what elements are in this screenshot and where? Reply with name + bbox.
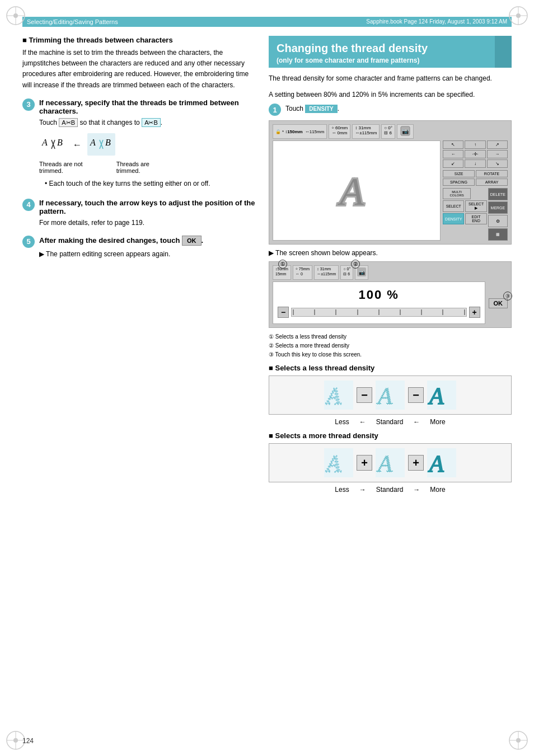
tick-4 xyxy=(357,309,358,315)
corner-br xyxy=(507,729,530,752)
tick-6 xyxy=(400,309,401,315)
trim-icon-after: A B xyxy=(87,133,115,156)
step-4-title: If necessary, touch the arrow keys to ad… xyxy=(39,199,257,215)
more-arrow-2: → xyxy=(413,486,420,494)
header-text: Selecting/Editing/Saving Patterns xyxy=(27,18,118,25)
tick-2 xyxy=(314,309,315,315)
nav-ul[interactable]: ↖ xyxy=(443,140,463,149)
step-5-title: After making the desired changes, touch … xyxy=(39,236,257,246)
density-percent: 100 % xyxy=(278,288,480,302)
trim-btn-after[interactable]: A✂B xyxy=(142,118,161,127)
more-a-sparse: A A xyxy=(324,448,353,477)
nav-grid: ↖ ↑ ↗ ← ·✢· → ↙ ↓ ↘ xyxy=(443,140,508,168)
right-step-1-text: Touch DENSITY. xyxy=(285,104,512,114)
more-density-title: Selects a more thread density xyxy=(269,431,512,440)
slider-track[interactable] xyxy=(291,308,467,317)
slider-row: 100 % − xyxy=(273,281,508,324)
size-btn[interactable]: SIZE xyxy=(443,170,475,177)
more-plus-btn[interactable]: + xyxy=(357,455,372,471)
spacing-btn[interactable]: SPACING xyxy=(443,179,475,186)
svg-text:A: A xyxy=(325,383,341,409)
page-number: 124 xyxy=(22,737,34,745)
step-3-circle: 3 xyxy=(22,98,35,111)
select-2[interactable]: SELECT▶ xyxy=(465,200,486,212)
nav-dl[interactable]: ↙ xyxy=(443,159,463,168)
right-column: Changing the thread density (only for so… xyxy=(269,36,512,499)
more-label-1: More xyxy=(430,418,445,426)
more-density-illustration: A A + A A + A A xyxy=(269,443,512,482)
select-col: MULTICOLORS SELECT SELECT▶ DENSITY EDITE… xyxy=(443,188,487,241)
select-1[interactable]: SELECT xyxy=(443,200,464,212)
density-edit-row: DENSITY EDITEND xyxy=(443,213,487,224)
edit-end-btn[interactable]: EDITEND xyxy=(465,213,486,224)
nav-r[interactable]: → xyxy=(487,150,508,158)
tick-9 xyxy=(464,309,465,315)
more-a-standard: A A xyxy=(376,448,405,477)
svg-text:📷: 📷 xyxy=(359,269,366,276)
trim-btn-before[interactable]: A✂B xyxy=(59,118,78,127)
svg-text:A: A xyxy=(428,383,444,409)
trim-label-left: Threads are nottrimmed. xyxy=(39,161,83,174)
page-container: Selecting/Editing/Saving Patterns Sapphi… xyxy=(0,0,534,756)
svg-text:A: A xyxy=(325,451,341,477)
density-screen-mockup: ↕50mm15mm ÷ 75mm↔ 0 ↕ 31mm↔±115mm ○ 0°⊟ … xyxy=(269,261,512,328)
nav-u[interactable]: ↑ xyxy=(465,140,485,149)
ok-side: OK ③ xyxy=(489,281,508,308)
nav-d[interactable]: ↓ xyxy=(465,159,485,168)
more-plus-btn-2[interactable]: + xyxy=(408,455,424,471)
tick-7 xyxy=(421,309,422,315)
array-btn[interactable]: ARRAY xyxy=(476,179,508,186)
svg-text:A: A xyxy=(338,170,364,213)
nav-dr[interactable]: ↘ xyxy=(487,159,508,168)
grid-btn[interactable]: ▦ xyxy=(488,228,508,241)
less-minus-btn-2[interactable]: − xyxy=(408,387,424,403)
multi-colors-btn[interactable]: MULTICOLORS xyxy=(443,188,471,199)
rotate-btn[interactable]: ROTATE xyxy=(476,170,508,177)
step-3-content: If necessary, specify that the threads b… xyxy=(39,98,257,191)
merge-btn[interactable]: MERGE xyxy=(488,201,508,214)
right-step-1: 1 Touch DENSITY. xyxy=(269,104,512,116)
step-3: 3 If necessary, specify that the threads… xyxy=(22,98,257,191)
more-a-dense: A A xyxy=(427,448,456,477)
nav-ur[interactable]: ↗ xyxy=(487,140,508,149)
right-heading-title: Changing the thread density xyxy=(277,41,504,55)
embroidery-area: A A xyxy=(273,140,441,241)
annotation-list: ① Selects a less thread density ② Select… xyxy=(269,332,512,359)
settings-btn[interactable]: ⚙ xyxy=(488,215,508,227)
slider-control: − xyxy=(278,307,480,318)
nav-l[interactable]: ← xyxy=(443,150,463,158)
annotation-2: ② Selects a more thread density xyxy=(269,341,512,350)
delete-btn[interactable]: DELETE xyxy=(488,188,508,200)
step-5: 5 After making the desired changes, touc… xyxy=(22,236,257,259)
right-v-btns: DELETE MERGE ⚙ ▦ xyxy=(488,188,508,241)
main-screen-mockup: 🔒*↕150mm↔115mm ÷ 60mm↔ 0mm ↕ 31mm↔±115mm… xyxy=(269,120,512,245)
ok-button[interactable]: OK xyxy=(182,236,202,246)
slider-minus[interactable]: − xyxy=(278,307,289,318)
svg-text:A: A xyxy=(376,451,392,477)
screen-status-bar: 🔒*↕150mm↔115mm ÷ 60mm↔ 0mm ↕ 31mm↔±115mm… xyxy=(273,124,508,139)
tick-5 xyxy=(378,309,380,315)
slider-ticks xyxy=(293,309,465,315)
trim-illustration: A B ← A xyxy=(39,133,257,157)
screen-cell-1: 🔒*↕150mm↔115mm xyxy=(273,124,327,139)
density-btn[interactable]: DENSITY xyxy=(443,213,464,224)
intro-text-2: A setting between 80% and 120% in 5% inc… xyxy=(269,90,512,100)
trim-icon-before: A B xyxy=(39,133,67,156)
step-4: 4 If necessary, touch the arrow keys to … xyxy=(22,199,257,228)
less-density-illustration: A A − A A − A A xyxy=(269,375,512,415)
tick-1 xyxy=(293,309,294,315)
screen-body: A A ↖ ↑ ↗ ← ·✢· → xyxy=(273,140,508,241)
nav-c[interactable]: ·✢· xyxy=(465,150,485,158)
density-button[interactable]: DENSITY xyxy=(305,105,337,113)
button-panel: ↖ ↑ ↗ ← ·✢· → ↙ ↓ ↘ SIZE xyxy=(443,140,508,241)
embroidery-letter: A A xyxy=(334,168,379,213)
less-arrow-2: ← xyxy=(413,418,420,426)
slider-plus[interactable]: + xyxy=(469,307,480,318)
right-step-1-circle: 1 xyxy=(269,104,281,116)
less-minus-btn[interactable]: − xyxy=(357,387,372,403)
less-label: Less xyxy=(335,418,349,426)
right-heading-box: Changing the thread density (only for so… xyxy=(269,36,512,68)
step-4-content: If necessary, touch the arrow keys to ad… xyxy=(39,199,257,228)
less-arrow-1: ← xyxy=(359,418,366,426)
step-4-circle: 4 xyxy=(22,199,35,211)
